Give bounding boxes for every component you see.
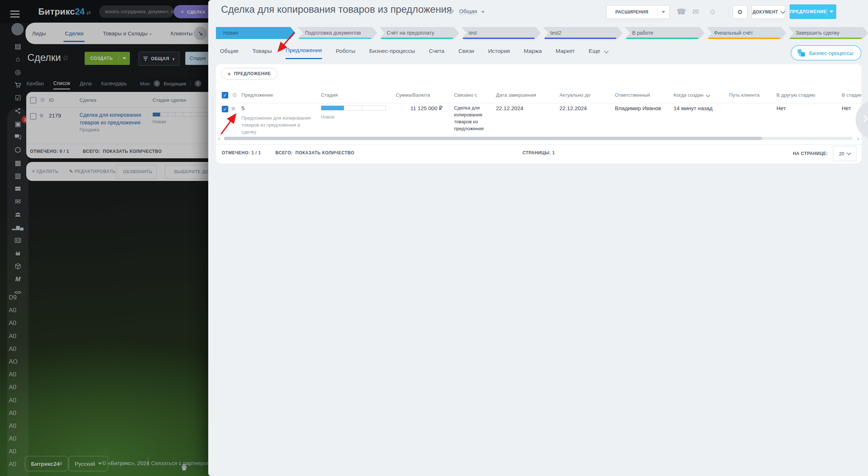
col-close-date[interactable]: Дата завершения: [496, 92, 536, 98]
tab-links[interactable]: Связи: [458, 43, 474, 59]
stage-item[interactable]: Финальный счёт: [707, 27, 786, 39]
deal-title: Сделка для копирования товаров из предло…: [221, 4, 452, 15]
bp-icon: [797, 48, 806, 58]
col-client-path[interactable]: Путь клиента: [729, 92, 759, 98]
plus-icon: +: [228, 71, 231, 77]
stage-item[interactable]: Подготовка документов: [298, 27, 377, 39]
col-in-stage[interactable]: В стадии: [842, 92, 861, 98]
mail-icon[interactable]: ✉: [693, 7, 699, 16]
col-other-stage[interactable]: В другую стадию: [776, 92, 815, 98]
col-stage[interactable]: Стадия: [321, 92, 338, 98]
tab-history[interactable]: История: [488, 43, 510, 59]
offer-stage-label: Новое: [321, 114, 335, 120]
chevron-right-icon: ›: [863, 109, 868, 126]
stage-item[interactable]: Завершить сделку: [788, 27, 868, 39]
offer-button[interactable]: ПРЕДЛОЖЕНИЕ: [790, 4, 836, 19]
scroll-right-icon[interactable]: ›: [857, 135, 859, 142]
edit-title-icon[interactable]: ✎: [439, 7, 444, 15]
total-label: ВСЕГО:: [275, 150, 293, 155]
col-responsible[interactable]: Ответственный: [615, 92, 650, 98]
offers-card: + ПРЕДЛОЖЕНИЕ ✓ ⚙ Предложение Стадия Сум…: [216, 64, 861, 163]
stage-item[interactable]: test2: [543, 27, 623, 39]
stage-item[interactable]: Счёт на предоплату: [380, 27, 459, 39]
close-date: 22.12.2024: [496, 105, 523, 111]
tab-bp[interactable]: Бизнес-процессы: [369, 43, 415, 59]
screen: Битрикс24 ⇄ искать сотрудника, документ,…: [0, 0, 868, 476]
tab-margin[interactable]: Маржа: [524, 43, 542, 59]
grid-settings-gear-icon[interactable]: ⚙: [232, 92, 237, 98]
tab-market[interactable]: Маркет: [556, 43, 575, 59]
tab-products[interactable]: Товары: [252, 43, 272, 59]
offer-name: Предложение для копирования товаров из п…: [241, 115, 314, 135]
created-when: 14 минут назад: [674, 105, 713, 111]
tab-more[interactable]: Еще: [589, 43, 608, 59]
per-page-label: НА СТРАНИЦЕ:: [793, 151, 828, 156]
tab-invoices[interactable]: Счета: [429, 43, 445, 59]
col-created[interactable]: Когда создан: [674, 92, 710, 98]
document-button[interactable]: ДОКУМЕНТ: [752, 5, 785, 19]
col-sum[interactable]: Сумма/Валюта: [396, 92, 430, 98]
select-all-checkbox[interactable]: ✓: [222, 92, 228, 98]
copy-link-icon[interactable]: [448, 9, 454, 15]
extensions-button[interactable]: РАСШИРЕНИЯ: [606, 5, 670, 19]
col-offer[interactable]: Предложение: [241, 92, 273, 98]
annotation-arrow-row: [218, 111, 240, 137]
pipeline-selector[interactable]: Общая: [459, 8, 477, 15]
responsible-link[interactable]: Владимир Иванов: [615, 105, 661, 111]
pipeline-caret-icon[interactable]: [481, 11, 485, 13]
per-page-select[interactable]: 20: [833, 146, 856, 161]
h-scrollbar[interactable]: [224, 137, 853, 140]
scroll-left-icon[interactable]: ‹: [218, 135, 220, 142]
offer-sum: 11 125 000 ₽: [369, 105, 442, 112]
pages-counter: СТРАНИЦЫ: 1: [523, 150, 555, 155]
annotation-arrow-tab: [274, 31, 300, 55]
deal-slider-panel: Сделка для копирования товаров из предло…: [208, 0, 868, 476]
col-linked[interactable]: Связано с: [454, 92, 477, 98]
offer-id-link[interactable]: 5: [241, 105, 244, 111]
linked-deal: Сделка для копирования товаров из предло…: [454, 104, 491, 132]
show-count-link[interactable]: ПОКАЗАТЬ КОЛИЧЕСТВО: [295, 150, 354, 155]
valid-until: 22.12.2024: [559, 105, 587, 111]
col-valid-until[interactable]: Актуально до: [559, 92, 590, 98]
header-divider: [728, 7, 729, 17]
marked-counter: ОТМЕЧЕНО: 1 / 1: [222, 150, 261, 155]
settings-gear-button[interactable]: ⚙: [733, 5, 747, 19]
stage-pipeline: Новая Подготовка документов Счёт на пред…: [216, 27, 868, 39]
stage-item[interactable]: test: [461, 27, 541, 39]
h-scrollbar-thumb[interactable]: [224, 137, 762, 140]
tab-robots[interactable]: Роботы: [336, 43, 356, 59]
business-processes-button[interactable]: Бизнес-процессы: [791, 45, 861, 61]
tab-general[interactable]: Общие: [220, 43, 239, 59]
in-stage: Нет: [842, 105, 851, 111]
other-stage: Нет: [776, 105, 786, 111]
phone-icon[interactable]: ☎: [677, 7, 686, 16]
support-smiley-icon[interactable]: ☺: [709, 7, 716, 16]
modal-dim-overlay: [0, 0, 209, 476]
add-offer-button[interactable]: + ПРЕДЛОЖЕНИЕ: [221, 68, 278, 80]
stage-item[interactable]: В работе: [625, 27, 704, 39]
